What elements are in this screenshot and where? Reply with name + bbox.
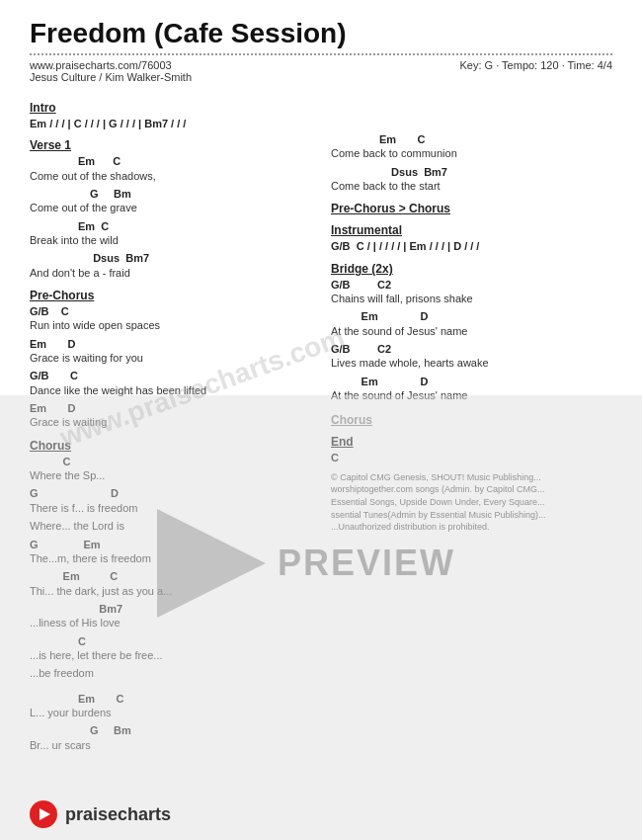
end-label: End [331,435,612,449]
page: Freedom (Cafe Session) www.praisecharts.… [0,0,642,840]
chorus-left-line8: ...be freedom [30,666,311,681]
bridge-label: Bridge (2x) [331,262,612,276]
verse2-right: Em C Come back to communion Dsus Bm7 Com… [331,132,612,194]
chorus-right-label: Chorus [331,413,612,427]
play-icon [40,808,50,820]
prechorus-line3: G/B C Dance like the weight has been lif… [30,369,311,398]
footer-brand: praisecharts [65,804,171,825]
bridge-line4: Em D At the sound of Jesus' name [331,375,612,404]
artists: Jesus Culture / Kim Walker-Smith [30,71,192,83]
intro-chords: Em / / / | C / / / | G / / / | Bm7 / / / [30,117,311,130]
chorus-left-label: Chorus [30,439,311,453]
prechorus-line4: Em D Grace is waiting [30,401,311,431]
prechorus-right-label: Pre-Chorus > Chorus [331,202,612,215]
footer: praisecharts [30,800,171,828]
preview-play-icon [157,509,266,618]
song-url: www.praisecharts.com/76003 [30,59,172,71]
url-and-artists: www.praisecharts.com/76003 Jesus Culture… [30,59,192,83]
prechorus-line2: Em D Grace is waiting for you [30,337,311,367]
chorus-left-line1: C Where the Sp... [30,455,311,484]
verse1-label: Verse 1 [30,138,311,152]
meta-row: www.praisecharts.com/76003 Jesus Culture… [30,59,612,83]
key-tempo-time: Key: G · Tempo: 120 · Time: 4/4 [460,59,612,83]
bridge-line2: Em D At the sound of Jesus' name [331,309,612,339]
verse1-line2: G Bm Come out of the grave [30,187,311,216]
instrumental-label: Instrumental [331,223,612,237]
verse1-line3: Em C Break into the wild [30,219,311,249]
preview-text: PREVIEW [278,543,455,584]
intro-label: Intro [30,101,311,115]
footer-brand-rest: praisecharts [65,804,171,824]
prechorus-line1: G/B C Run into wide open spaces [30,304,311,334]
preview-watermark: PREVIEW [148,484,464,642]
verse1-line1: Em C Come out of the shadows, [30,154,311,184]
instrumental-content: G/B C / | / / / / | Em / / / | D / / / [331,239,612,253]
prechorus-left-label: Pre-Chorus [30,289,311,302]
bridge-line1: G/B C2 Chains will fall, prisons shake [331,278,612,307]
chorus-ref-label: Chorus [409,202,450,215]
bridge-line3: G/B C2 Lives made whole, hearts awake [331,342,612,372]
song-title: Freedom (Cafe Session) [30,18,612,49]
verse3-bottom: Em C L... your burdens G Bm Br... ur sca… [30,692,311,753]
footer-play-button[interactable] [30,800,57,828]
verse1-line4: Dsus Bm7 And don't be a - fraid [30,251,311,281]
end-section: End C [331,435,612,464]
end-chord: C [331,451,612,464]
title-divider [30,53,612,55]
right-column: Em C Come back to communion Dsus Bm7 Com… [321,93,612,756]
left-column: Intro Em / / / | C / / / | G / / / | Bm7… [30,93,321,756]
main-content: Intro Em / / / | C / / / | G / / / | Bm7… [30,93,612,756]
